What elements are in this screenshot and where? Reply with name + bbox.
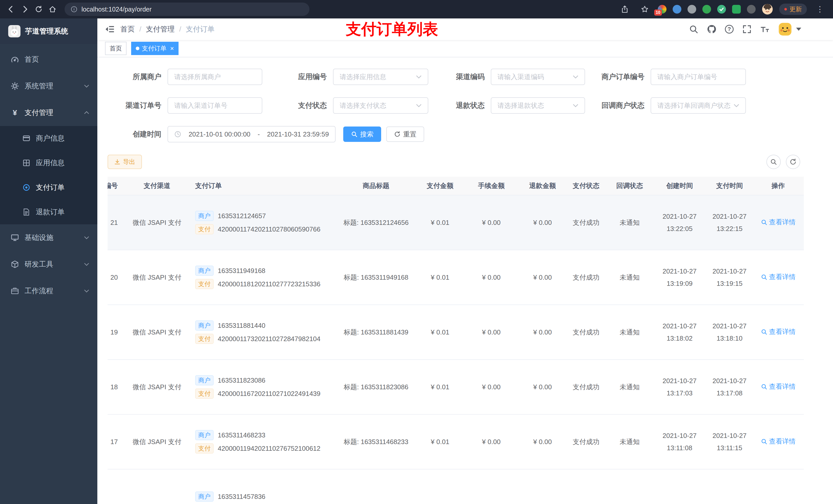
sidebar-item-workflow[interactable]: 工作流程 bbox=[0, 278, 97, 304]
cell-pay-status: 支付成功 bbox=[566, 195, 606, 250]
sidebar-item-refund-order[interactable]: 退款订单 bbox=[0, 200, 97, 224]
avatar-caret-icon[interactable] bbox=[796, 28, 801, 31]
close-icon[interactable]: × bbox=[170, 45, 174, 52]
channel-transaction-no: 4200001167202110271022491439 bbox=[218, 390, 320, 398]
sidebar-item-app-info[interactable]: 应用信息 bbox=[0, 150, 97, 175]
search-icon[interactable] bbox=[689, 25, 698, 34]
chevron-down-icon bbox=[734, 104, 739, 107]
view-detail-link[interactable]: 查看详情 bbox=[761, 437, 795, 446]
sidebar-item-system[interactable]: 系统管理 bbox=[0, 73, 97, 99]
sidebar-item-home[interactable]: 首页 bbox=[0, 46, 97, 73]
sidebar-item-label: 工作流程 bbox=[25, 286, 53, 296]
refresh-table-button[interactable] bbox=[786, 155, 800, 169]
extension-dark-icon[interactable] bbox=[747, 5, 756, 14]
cell-actions bbox=[753, 469, 804, 504]
merchant-filter-input[interactable] bbox=[168, 69, 262, 85]
cell-create-time: 2021-10-2713:11:08 bbox=[653, 414, 707, 469]
view-detail-link[interactable]: 查看详情 bbox=[761, 327, 795, 336]
browser-menu-icon[interactable]: ⋮ bbox=[813, 2, 827, 16]
app-no-filter-select[interactable]: 请选择应用信息 bbox=[333, 69, 428, 85]
chevron-down-icon bbox=[84, 289, 89, 292]
cell-id bbox=[108, 469, 125, 504]
export-button[interactable]: 导出 bbox=[108, 155, 142, 169]
app-logo[interactable]: 芋道管理系统 bbox=[0, 19, 97, 44]
cell-pay-amount: ¥ 0.01 bbox=[417, 250, 463, 305]
extension-green-icon[interactable] bbox=[703, 5, 711, 14]
extension-blue-icon[interactable] bbox=[673, 5, 681, 14]
sidebar-item-infrastructure[interactable]: 基础设施 bbox=[0, 224, 97, 251]
clock-icon bbox=[174, 130, 181, 138]
share-icon[interactable] bbox=[618, 2, 632, 16]
reset-button[interactable]: 重置 bbox=[386, 126, 424, 142]
browser-update-button[interactable]: 更新 bbox=[779, 4, 807, 15]
toggle-search-button[interactable] bbox=[766, 155, 781, 169]
extension-gray-icon[interactable] bbox=[688, 5, 696, 14]
cell-refund-amount: ¥ 0.00 bbox=[520, 305, 566, 360]
refund-status-filter-select[interactable]: 请选择退款状态 bbox=[491, 97, 585, 114]
site-info-icon[interactable] bbox=[71, 6, 77, 13]
cell-fee-amount: ¥ 0.00 bbox=[463, 360, 520, 414]
sidebar-menu: 首页 系统管理 ¥ 支付管理 商户信息 bbox=[0, 44, 97, 304]
sidebar-item-pay-order[interactable]: 支付订单 bbox=[0, 175, 97, 200]
sidebar-item-merchant-info[interactable]: 商户信息 bbox=[0, 126, 97, 150]
fullscreen-icon[interactable] bbox=[742, 25, 752, 34]
notify-status-filter-select[interactable]: 请选择订单回调商户状态 bbox=[651, 97, 746, 114]
cell-pay-channel: 微信 JSAPI 支付 bbox=[125, 360, 189, 414]
chevron-down-icon bbox=[416, 104, 422, 107]
app-title: 芋道管理系统 bbox=[25, 26, 68, 36]
cell-pay-time: 2021-10-2713:17:08 bbox=[707, 360, 753, 414]
channel-code-filter-select[interactable]: 请输入渠道编码 bbox=[491, 69, 585, 85]
view-detail-link[interactable]: 查看详情 bbox=[761, 382, 795, 391]
chevron-down-icon bbox=[416, 75, 422, 79]
view-detail-link[interactable]: 查看详情 bbox=[761, 218, 795, 226]
cell-pay-channel: 微信 JSAPI 支付 bbox=[125, 305, 189, 360]
cell-notify-status: 未通知 bbox=[606, 250, 653, 305]
breadcrumb-pay-management[interactable]: 支付管理 bbox=[146, 24, 175, 34]
pay-tag: 支付 bbox=[195, 279, 214, 289]
header-pay-amount: 支付金额 bbox=[417, 177, 463, 195]
tab-pay-order[interactable]: 支付订单× bbox=[131, 42, 178, 55]
pay-status-filter-select[interactable]: 请选择支付状态 bbox=[333, 97, 428, 114]
sidebar-item-label: 支付订单 bbox=[36, 183, 65, 192]
cell-pay-status: 支付成功 bbox=[566, 360, 606, 414]
sidebar-toggle-button[interactable] bbox=[97, 19, 120, 40]
sidebar-item-dev-tools[interactable]: 研发工具 bbox=[0, 251, 97, 278]
user-avatar[interactable] bbox=[778, 22, 792, 36]
help-icon[interactable]: ? bbox=[725, 25, 734, 33]
right-toolbar bbox=[766, 155, 800, 169]
breadcrumb-home[interactable]: 首页 bbox=[120, 24, 135, 34]
merchant-order-no-filter-input[interactable] bbox=[651, 69, 746, 85]
cell-pay-time bbox=[707, 469, 753, 504]
browser-back-button[interactable] bbox=[4, 2, 18, 16]
header-pay-order: 支付订单 bbox=[189, 177, 335, 195]
extension-check-icon[interactable] bbox=[717, 5, 726, 14]
sidebar-item-label: 研发工具 bbox=[25, 259, 53, 269]
browser-forward-button[interactable] bbox=[18, 2, 32, 16]
cell-id: 17 bbox=[108, 414, 125, 469]
cell-pay-order: 商户1635311881440支付42000011732021102728479… bbox=[189, 305, 335, 360]
cell-create-time bbox=[653, 469, 707, 504]
sidebar-item-payment[interactable]: ¥ 支付管理 bbox=[0, 99, 97, 126]
channel-order-no-filter-input[interactable] bbox=[168, 97, 262, 114]
extension-colorful-icon[interactable]: 10 bbox=[658, 5, 667, 14]
address-bar[interactable]: localhost:1024/pay/order bbox=[65, 3, 309, 16]
channel-transaction-no: 4200001181202110277723215336 bbox=[218, 280, 320, 288]
browser-home-button[interactable] bbox=[46, 2, 60, 16]
search-button[interactable]: 搜索 bbox=[343, 126, 381, 142]
tab-home[interactable]: 首页 bbox=[105, 42, 126, 55]
bookmark-star-icon[interactable] bbox=[638, 2, 652, 16]
github-icon[interactable] bbox=[707, 25, 716, 34]
view-detail-link[interactable]: 查看详情 bbox=[761, 272, 795, 282]
font-size-icon[interactable] bbox=[760, 25, 769, 34]
extension-green-square-icon[interactable] bbox=[732, 5, 741, 14]
cell-product-title: 标题: 1635311881439 bbox=[335, 305, 417, 360]
cell-pay-status: 支付成功 bbox=[566, 250, 606, 305]
browser-reload-button[interactable] bbox=[32, 2, 46, 16]
merchant-tag: 商户 bbox=[195, 491, 214, 502]
create-time-range-picker[interactable]: 2021-10-01 00:00:00 - 2021-10-31 23:59:5… bbox=[168, 126, 336, 142]
search-button-label: 搜索 bbox=[360, 130, 374, 139]
cell-notify-status: 未通知 bbox=[606, 305, 653, 360]
sidebar-item-label: 首页 bbox=[25, 54, 39, 64]
browser-profile-avatar[interactable] bbox=[762, 4, 773, 15]
card-icon bbox=[23, 135, 30, 142]
